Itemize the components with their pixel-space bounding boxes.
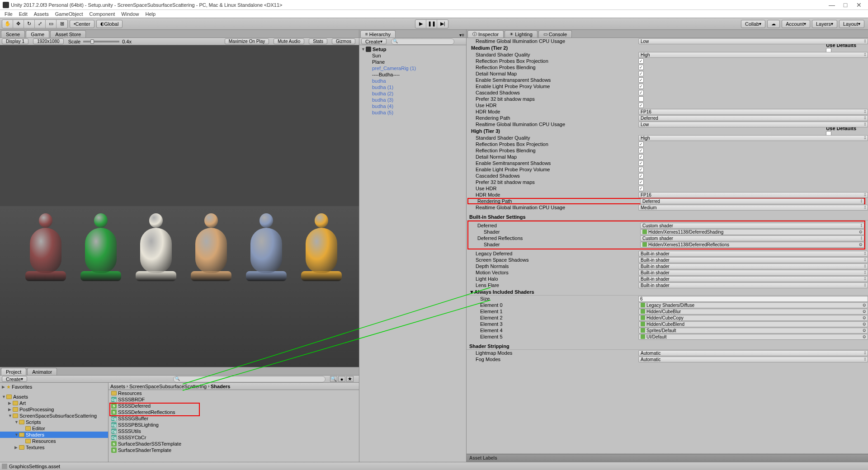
breadcrumb-item[interactable]: Shaders: [211, 384, 230, 389]
display-dropdown[interactable]: Display 1: [2, 38, 28, 44]
space-button[interactable]: ◐ Global: [96, 20, 123, 28]
tree-folder[interactable]: Editor: [0, 425, 108, 432]
hierarchy-search[interactable]: [391, 38, 454, 45]
dropdown[interactable]: Custom shader: [640, 235, 864, 241]
tree-folder[interactable]: ▼Scripts: [0, 419, 108, 425]
dropdown[interactable]: Deferred: [638, 115, 868, 121]
menu-gameobject[interactable]: GameObject: [52, 11, 86, 17]
checkbox[interactable]: ✓: [638, 167, 644, 172]
dropdown[interactable]: Built-in shader: [638, 282, 868, 288]
cloud-button[interactable]: ☁: [767, 20, 780, 28]
hierarchy-scene-root[interactable]: ▼Setup: [359, 46, 466, 52]
dropdown[interactable]: Low: [638, 38, 868, 44]
account-button[interactable]: Account ▾: [782, 20, 810, 28]
dropdown[interactable]: Built-in shader: [638, 270, 868, 276]
size-field[interactable]: [638, 296, 868, 302]
tree-folder[interactable]: ▶PostProcessing: [0, 406, 108, 413]
favorites-row[interactable]: ▶★Favorites: [0, 384, 108, 390]
file-item[interactable]: CgSSSSGBuffer: [108, 415, 359, 422]
hierarchy-item[interactable]: budha (5): [359, 109, 466, 116]
dropdown[interactable]: Custom shader: [640, 223, 864, 229]
object-field[interactable]: Hidden/CubeBlur: [638, 309, 868, 315]
tab-lighting[interactable]: ☀ Lighting: [505, 30, 538, 38]
create-button[interactable]: Create ▾: [2, 376, 27, 382]
dropdown[interactable]: Deferred: [640, 198, 864, 204]
object-field[interactable]: UI/Default: [638, 334, 868, 340]
tree-folder[interactable]: ▼Shaders: [0, 432, 108, 438]
rect-tool[interactable]: ▭: [46, 20, 57, 28]
hierarchy-item[interactable]: ----Budha----: [359, 71, 466, 78]
dropdown[interactable]: Built-in shader: [638, 257, 868, 263]
tree-folder[interactable]: ▶Art: [0, 400, 108, 406]
checkbox[interactable]: ✓: [638, 186, 644, 191]
hierarchy-item[interactable]: budha (1): [359, 84, 466, 90]
tree-folder[interactable]: ▼ScreenSpaceSubsurfaceScattering: [0, 413, 108, 419]
gizmos-toggle[interactable]: Gizmos: [332, 38, 355, 44]
filter-label-icon[interactable]: ★: [346, 376, 354, 382]
object-field[interactable]: Hidden/CubeCopy: [638, 315, 868, 321]
breadcrumb-item[interactable]: Assets: [110, 384, 125, 389]
breadcrumb-item[interactable]: ScreenSpaceSubsurfaceScattering: [129, 384, 207, 389]
menu-help[interactable]: Help: [142, 11, 158, 17]
hierarchy-item[interactable]: Sun: [359, 52, 466, 59]
file-item[interactable]: Resources: [108, 390, 359, 396]
menu-assets[interactable]: Assets: [31, 11, 52, 17]
checkbox[interactable]: ✓: [638, 148, 644, 153]
maximize-toggle[interactable]: Maximize On Play: [225, 38, 269, 44]
checkbox[interactable]: ✓: [638, 71, 644, 76]
stats-toggle[interactable]: Stats: [309, 38, 327, 44]
menu-window[interactable]: Window: [118, 11, 142, 17]
menu-edit[interactable]: Edit: [16, 11, 30, 17]
dropdown[interactable]: Built-in shader: [638, 276, 868, 282]
dropdown[interactable]: Built-in shader: [638, 263, 868, 269]
scale-slider[interactable]: [83, 41, 119, 42]
resolution-dropdown[interactable]: 1920x1080: [33, 38, 64, 44]
checkbox[interactable]: ✓: [638, 160, 644, 166]
object-field[interactable]: Sprites/Default: [638, 328, 868, 334]
tree-folder[interactable]: Resources: [0, 438, 108, 444]
layers-button[interactable]: Layers ▾: [812, 20, 837, 28]
tab-scene[interactable]: Scene: [1, 30, 25, 38]
pause-button[interactable]: ❚❚: [426, 20, 437, 28]
checkbox[interactable]: ✓: [638, 84, 644, 89]
dropdown[interactable]: High: [638, 52, 868, 58]
checkbox[interactable]: ✓: [638, 58, 644, 64]
checkbox[interactable]: ✓: [638, 103, 644, 108]
hierarchy-item[interactable]: budha: [359, 78, 466, 84]
dropdown[interactable]: Automatic: [638, 357, 868, 362]
close-button[interactable]: ✕: [856, 2, 862, 8]
hierarchy-item[interactable]: budha (4): [359, 103, 466, 109]
file-item[interactable]: CgSSSSUtils: [108, 428, 359, 434]
tab-assetstore[interactable]: Asset Store: [50, 30, 86, 38]
hierarchy-item[interactable]: budha (2): [359, 90, 466, 97]
maximize-button[interactable]: □: [843, 2, 848, 8]
dropdown[interactable]: Medium: [638, 205, 868, 211]
collab-button[interactable]: Collab ▾: [741, 20, 765, 28]
menu-component[interactable]: Component: [86, 11, 118, 17]
dropdown[interactable]: Built-in shader: [638, 251, 868, 257]
tab-hierarchy[interactable]: ≡ Hierarchy: [360, 30, 396, 38]
move-tool[interactable]: ✥: [13, 20, 24, 28]
file-item[interactable]: CgSSSSBRDF: [108, 396, 359, 403]
tab-project[interactable]: Project: [1, 368, 26, 375]
hierarchy-item[interactable]: budha (3): [359, 97, 466, 103]
checkbox[interactable]: ✓: [638, 90, 644, 95]
project-search[interactable]: [173, 376, 326, 382]
layout-button[interactable]: Layout ▾: [839, 20, 864, 28]
filter-type-icon[interactable]: ●: [338, 376, 345, 382]
checkbox[interactable]: ✓: [638, 179, 644, 185]
checkbox[interactable]: ✓: [638, 65, 644, 70]
tab-animator[interactable]: Animator: [27, 368, 57, 375]
rotate-tool[interactable]: ↻: [24, 20, 35, 28]
hand-tool[interactable]: ✋: [2, 20, 13, 28]
hierarchy-item[interactable]: pref_CameraRig (1): [359, 65, 466, 71]
dropdown[interactable]: High: [638, 135, 868, 141]
file-item[interactable]: CgSSSSPBSLighting: [108, 422, 359, 428]
file-item[interactable]: SSurfaceShaderSSSTemplate: [108, 441, 359, 447]
step-button[interactable]: ▶|: [437, 20, 448, 28]
object-field[interactable]: Legacy Shaders/Diffuse: [638, 302, 868, 308]
file-item[interactable]: SSurfaceShaderTemplate: [108, 447, 359, 453]
tab-game[interactable]: Game: [26, 30, 49, 38]
menu-file[interactable]: File: [2, 11, 15, 17]
minimize-button[interactable]: —: [829, 2, 835, 8]
